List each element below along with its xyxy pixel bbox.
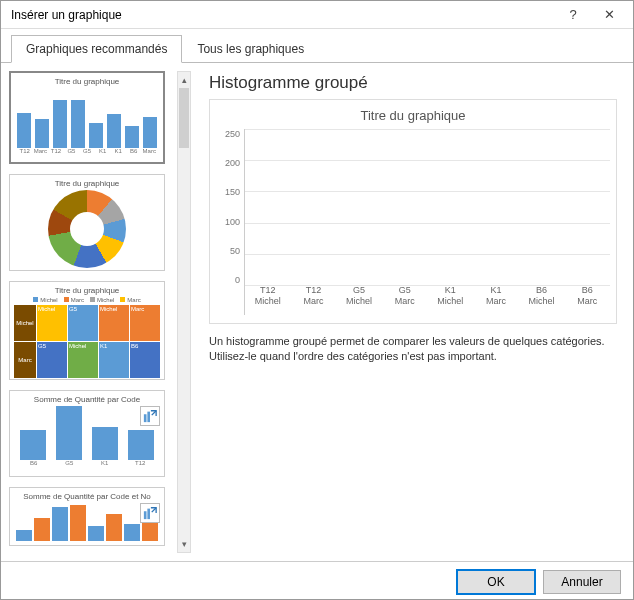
thumbnail-pivot2[interactable]: Somme de Quantité par Code et No bbox=[9, 487, 165, 546]
window-title: Insérer un graphique bbox=[11, 8, 555, 22]
scroll-thumb[interactable] bbox=[179, 88, 189, 148]
svg-rect-3 bbox=[147, 509, 150, 520]
scrollbar[interactable]: ▴ ▾ bbox=[177, 71, 191, 553]
thumbnail-donut[interactable]: Titre du graphique bbox=[9, 174, 165, 271]
scroll-down-icon[interactable]: ▾ bbox=[178, 536, 190, 552]
chart-preview[interactable]: Titre du graphique 250 200 150 100 50 0 bbox=[209, 99, 617, 324]
help-button[interactable]: ? bbox=[555, 2, 591, 28]
pivot-chart-icon bbox=[140, 406, 160, 426]
tab-bar: Graphiques recommandés Tous les graphiqu… bbox=[1, 29, 633, 63]
thumbnail-pivot1[interactable]: Somme de Quantité par Code B6G5K1T12 bbox=[9, 390, 165, 477]
thumbnail-list: Titre du graphique T12Marc T12G5 G5K1 K1… bbox=[1, 63, 193, 561]
chart-description: Un histogramme groupé permet de comparer… bbox=[209, 334, 617, 364]
tab-all[interactable]: Tous les graphiques bbox=[182, 35, 319, 62]
tab-recommended[interactable]: Graphiques recommandés bbox=[11, 35, 182, 63]
scroll-up-icon[interactable]: ▴ bbox=[178, 72, 190, 88]
chart-title: Titre du graphique bbox=[216, 108, 610, 123]
svg-rect-0 bbox=[144, 414, 147, 422]
cancel-button[interactable]: Annuler bbox=[543, 570, 621, 594]
y-axis: 250 200 150 100 50 0 bbox=[216, 129, 244, 315]
svg-rect-2 bbox=[144, 511, 147, 519]
ok-button[interactable]: OK bbox=[457, 570, 535, 594]
preview-pane: Histogramme groupé Titre du graphique 25… bbox=[193, 63, 633, 561]
thumbnail-histogram[interactable]: Titre du graphique T12Marc T12G5 G5K1 K1… bbox=[9, 71, 165, 164]
pivot-chart-icon bbox=[140, 503, 160, 523]
donut-icon bbox=[48, 190, 126, 268]
chart-type-heading: Histogramme groupé bbox=[209, 73, 617, 93]
close-button[interactable]: ✕ bbox=[591, 2, 627, 28]
plot-area: T12MichelT12MarcG5MichelG5MarcK1MichelK1… bbox=[244, 129, 610, 315]
dialog-footer: OK Annuler bbox=[1, 561, 633, 600]
titlebar: Insérer un graphique ? ✕ bbox=[1, 1, 633, 29]
thumbnail-treemap[interactable]: Titre du graphique Michel Marc Michel Ma… bbox=[9, 281, 165, 380]
svg-rect-1 bbox=[147, 412, 150, 423]
